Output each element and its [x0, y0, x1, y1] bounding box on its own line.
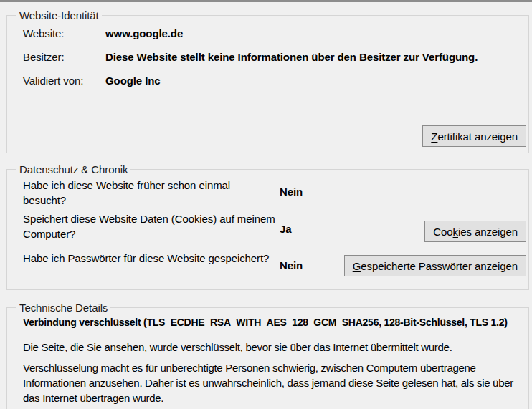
website-identity-group: Website-Identität Website: www.google.de… — [6, 15, 529, 153]
view-certificate-button[interactable]: Zertifikat anzeigen — [422, 125, 526, 147]
view-cookies-button-accesskey: k — [453, 226, 458, 238]
saved-passwords-answer: Nein — [280, 259, 303, 271]
technical-details-legend: Technische Details — [16, 301, 110, 314]
website-value: www.google.de — [105, 27, 183, 39]
privacy-history-legend: Datenschutz & Chronik — [16, 163, 130, 176]
encryption-description-2: Verschlüsselung macht es für unberechtig… — [23, 360, 525, 405]
stores-cookies-question: Speichert diese Website Daten (Cookies) … — [23, 211, 275, 241]
saved-passwords-question: Habe ich Passwörter für diese Website ge… — [23, 251, 275, 266]
verified-by-label: Validiert von: — [23, 74, 83, 87]
visited-before-answer: Nein — [280, 186, 303, 198]
page-info-security-panel: { "colors": { "background": "#f0f0f0", "… — [0, 0, 532, 409]
technical-details-group: Technische Details Verbindung verschlüss… — [6, 307, 529, 409]
website-label: Website: — [23, 27, 64, 39]
connection-encrypted-headline: Verbindung verschlüsselt (TLS_ECDHE_RSA_… — [23, 317, 508, 328]
top-separator — [0, 0, 532, 2]
website-identity-legend: Website-Identität — [16, 9, 102, 22]
view-saved-passwords-button[interactable]: Gespeicherte Passwörter anzeigen — [344, 255, 526, 276]
view-cookies-button-label-after: ies anzeigen — [458, 226, 518, 238]
view-cookies-button-label-before: Coo — [433, 226, 452, 238]
view-certificate-button-accesskey: Z — [431, 130, 437, 143]
view-saved-passwords-button-accesskey: G — [353, 260, 361, 272]
stores-cookies-answer: Ja — [280, 223, 292, 235]
visited-before-question: Habe ich diese Website früher schon einm… — [23, 178, 275, 208]
verified-by-value: Google Inc — [105, 74, 161, 87]
encryption-description-1: Die Seite, die Sie ansehen, wurde versch… — [23, 340, 525, 355]
view-saved-passwords-button-label-after: espeicherte Passwörter anzeigen — [361, 260, 518, 272]
view-cookies-button[interactable]: Cookies anzeigen — [424, 221, 526, 242]
privacy-history-group: Datenschutz & Chronik Habe ich diese Web… — [6, 169, 529, 290]
view-certificate-button-label-after: ertifikat anzeigen — [437, 130, 518, 143]
owner-label: Besitzer: — [23, 51, 64, 63]
owner-value: Diese Website stellt keine Informationen… — [105, 51, 478, 63]
